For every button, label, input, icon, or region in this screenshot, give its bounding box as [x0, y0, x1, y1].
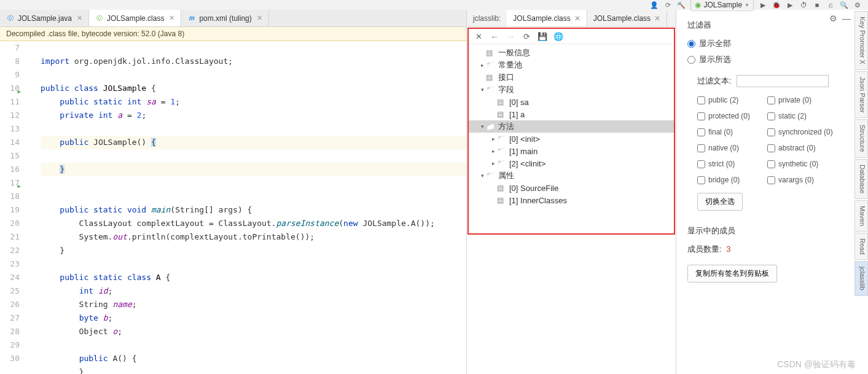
stop-icon[interactable]: ■ [813, 1, 821, 9]
check-input[interactable] [697, 112, 705, 120]
right-tool-tabs: Key Promoter XJson ParserStructureDataba… [854, 11, 868, 296]
tree-row[interactable]: ▸ 常量池 [469, 59, 674, 71]
forward-icon[interactable]: → [506, 31, 515, 41]
tab-label: JOLSample.class [107, 14, 164, 23]
filter-text-input[interactable] [737, 75, 829, 87]
side-tab[interactable]: Database [854, 159, 868, 199]
save-icon[interactable]: 💾 [538, 31, 547, 41]
radio-input[interactable] [687, 40, 695, 48]
user-icon[interactable]: 👤 [650, 1, 659, 9]
close-icon[interactable]: ✕ [257, 14, 262, 22]
tree-row[interactable]: 一般信息 [469, 47, 674, 59]
folder-icon [486, 122, 496, 131]
line-gutter: 78910▶11121314151617▶1819202122232425262… [0, 41, 28, 374]
tree-label: [0] SourceFile [509, 184, 558, 193]
git-icon[interactable]: ⎌ [826, 1, 835, 9]
modifier-check[interactable]: strict (0) [697, 160, 765, 168]
tree-label: 方法 [498, 121, 514, 132]
close-icon[interactable]: ✕ [474, 31, 483, 41]
modifier-check[interactable]: protected (0) [697, 112, 765, 120]
expander-icon[interactable]: ▸ [479, 62, 486, 68]
side-tab[interactable]: jclasslib [854, 261, 868, 296]
close-icon[interactable]: ✕ [169, 14, 174, 22]
tree-row[interactable]: ▸ [1] main [469, 145, 674, 157]
sync-icon[interactable]: ⟳ [663, 1, 672, 9]
check-input[interactable] [767, 96, 775, 104]
jclasslib-tab-1[interactable]: JOLSample.class✕ [587, 10, 667, 26]
dropdown-icon: ▼ [745, 2, 749, 8]
modifier-check[interactable]: synthetic (0) [767, 160, 841, 168]
tree-label: [1] InnerClasses [509, 196, 567, 205]
copy-signatures-button[interactable]: 复制所有签名到剪贴板 [687, 265, 777, 282]
check-input[interactable] [767, 176, 775, 184]
expander-icon[interactable]: ▾ [479, 173, 486, 179]
debug-icon[interactable]: 🐞 [772, 1, 781, 9]
side-tab[interactable]: Structure [854, 119, 868, 158]
back-icon[interactable]: ← [490, 31, 499, 41]
class-tree[interactable]: 一般信息 ▸ 常量池 接口 ▾ 字段 [0] sa [1] a ▾ 方法 ▸ [… [469, 44, 674, 209]
check-input[interactable] [697, 160, 705, 168]
modifier-check[interactable]: abstract (0) [767, 144, 841, 152]
close-icon[interactable]: ✕ [77, 14, 82, 22]
minimize-icon[interactable]: — [842, 14, 851, 23]
check-input[interactable] [767, 128, 775, 136]
hammer-icon[interactable]: 🔨 [677, 1, 686, 9]
run-icon[interactable]: ▶ [759, 1, 767, 9]
check-input[interactable] [697, 96, 705, 104]
tab-label: pom.xml (tuling) [199, 14, 251, 23]
close-icon[interactable]: ✕ [574, 14, 581, 23]
tree-row[interactable]: ▾ 属性 [469, 169, 674, 182]
modifier-check[interactable]: final (0) [697, 128, 765, 136]
tree-row[interactable]: ▸ [2] <clinit> [469, 157, 674, 169]
modifier-check[interactable]: varargs (0) [767, 176, 841, 184]
side-tab[interactable]: Key Promoter X [854, 11, 868, 70]
web-icon[interactable]: 🌐 [553, 31, 563, 41]
filter-text-label: 过滤文本: [697, 76, 732, 87]
settings-icon[interactable]: ⚙ [853, 1, 862, 9]
tree-row[interactable]: [1] a [469, 108, 674, 120]
check-input[interactable] [697, 144, 705, 152]
tree-row[interactable]: 接口 [469, 71, 674, 84]
tab-jolsample-java[interactable]: Ⓒ JOLSample.java ✕ [0, 10, 89, 26]
jclasslib-tab-0[interactable]: JOLSample.class✕ [507, 10, 587, 26]
side-tab[interactable]: Maven [854, 200, 868, 232]
code-content[interactable]: import org.openjdk.jol.info.ClassLayout;… [28, 41, 466, 374]
modifier-check[interactable]: static (2) [767, 112, 841, 120]
tree-row[interactable]: ▸ [0] <init> [469, 133, 674, 145]
expander-icon[interactable]: ▾ [479, 87, 486, 93]
tree-row[interactable]: [1] InnerClasses [469, 194, 674, 206]
tree-row[interactable]: [0] sa [469, 96, 674, 108]
coverage-icon[interactable]: ▶ [786, 1, 794, 9]
expander-icon[interactable]: ▸ [490, 136, 497, 142]
gear-icon[interactable]: ⚙ [829, 14, 837, 23]
modifier-check[interactable]: public (2) [697, 96, 765, 104]
expander-icon[interactable]: ▾ [479, 123, 486, 130]
tab-jolsample-class[interactable]: Ⓒ JOLSample.class ✕ [89, 10, 181, 26]
expander-icon[interactable]: ▸ [490, 160, 497, 166]
modifier-check[interactable]: bridge (0) [697, 176, 765, 184]
check-input[interactable] [767, 112, 775, 120]
modifier-check[interactable]: synchronized (0) [767, 128, 841, 136]
expander-icon[interactable]: ▸ [490, 148, 497, 154]
toggle-all-button[interactable]: 切换全选 [697, 193, 743, 211]
side-tab[interactable]: Json Parser [854, 71, 868, 119]
code-editor[interactable]: 78910▶11121314151617▶1819202122232425262… [0, 41, 466, 374]
modifier-check[interactable]: native (0) [697, 144, 765, 152]
tree-row[interactable]: [0] SourceFile [469, 182, 674, 194]
side-tab[interactable]: Read [854, 233, 868, 260]
check-input[interactable] [697, 176, 705, 184]
tab-pom-xml[interactable]: m pom.xml (tuling) ✕ [181, 10, 268, 26]
tree-row[interactable]: ▾ 字段 [469, 84, 674, 96]
check-input[interactable] [767, 160, 775, 168]
check-input[interactable] [767, 144, 775, 152]
profile-icon[interactable]: ⏱ [799, 1, 808, 9]
tree-row[interactable]: ▾ 方法 [469, 120, 674, 133]
modifier-check[interactable]: private (0) [767, 96, 841, 104]
close-icon[interactable]: ✕ [654, 14, 660, 23]
search-icon[interactable]: 🔍 [840, 1, 848, 9]
check-input[interactable] [697, 128, 705, 136]
refresh-icon[interactable]: ⟳ [522, 31, 531, 41]
radio-show-all[interactable]: 显示全部 [687, 38, 861, 49]
radio-input[interactable] [687, 56, 695, 64]
radio-show-selected[interactable]: 显示所选 [687, 54, 861, 65]
